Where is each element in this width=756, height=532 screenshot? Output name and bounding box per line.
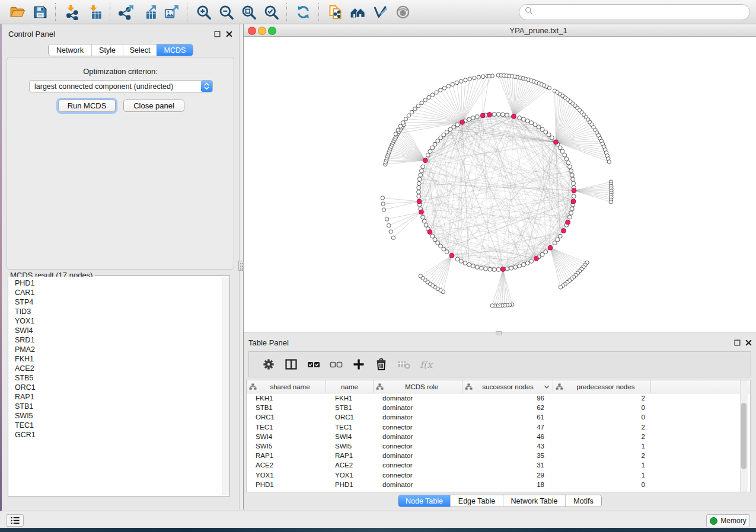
network-node[interactable] [540, 252, 544, 257]
mcds-dominator-node[interactable] [501, 267, 506, 272]
network-node[interactable] [455, 123, 460, 127]
network-node[interactable] [467, 117, 471, 121]
import-table-button[interactable] [84, 2, 105, 22]
network-node[interactable] [496, 268, 500, 272]
network-node[interactable] [518, 116, 522, 120]
tab-node-table[interactable]: Node Table [398, 495, 450, 507]
network-node[interactable] [569, 169, 573, 173]
network-node[interactable] [448, 127, 452, 132]
network-node[interactable] [560, 149, 564, 153]
satellite-node[interactable] [455, 81, 458, 84]
developer-panel-button[interactable] [6, 514, 24, 527]
network-node[interactable] [566, 161, 570, 165]
mcds-dominator-node[interactable] [428, 230, 432, 235]
network-node[interactable] [417, 177, 422, 181]
satellite-node[interactable] [407, 114, 410, 117]
satellite-node[interactable] [381, 202, 385, 206]
satellite-node[interactable] [391, 236, 395, 239]
trash-button[interactable] [370, 354, 393, 375]
network-node[interactable] [417, 181, 421, 185]
network-node[interactable] [436, 241, 440, 245]
satellite-node[interactable] [607, 160, 611, 164]
network-node[interactable] [430, 146, 435, 150]
float-icon[interactable] [213, 30, 221, 38]
mcds-dominator-node[interactable] [449, 253, 454, 258]
network-node[interactable] [417, 185, 421, 190]
network-node[interactable] [424, 223, 428, 227]
network-node[interactable] [509, 266, 513, 270]
search-box[interactable] [519, 4, 750, 20]
mcds-dominator-node[interactable] [562, 229, 566, 233]
network-node[interactable] [419, 173, 423, 177]
export-image-button[interactable] [161, 2, 182, 22]
close-panel-button[interactable]: Close panel [123, 100, 184, 112]
network-node[interactable] [570, 173, 574, 177]
table-row[interactable]: TEC1TEC1connector472 [247, 422, 750, 432]
save-button[interactable] [29, 2, 50, 22]
network-node[interactable] [563, 153, 567, 157]
refresh-button[interactable] [292, 2, 314, 22]
network-node[interactable] [421, 215, 425, 219]
table-row[interactable]: SWI5SWI5connector431 [247, 441, 750, 451]
export-table-button[interactable] [138, 2, 160, 22]
zoom-out-button[interactable] [215, 2, 237, 22]
network-node[interactable] [572, 194, 576, 198]
satellite-node[interactable] [419, 274, 422, 278]
network-node[interactable] [430, 234, 435, 238]
network-node[interactable] [533, 123, 537, 127]
close-icon[interactable] [225, 30, 233, 38]
network-node[interactable] [492, 268, 496, 272]
mcds-dominator-node[interactable] [572, 188, 576, 193]
mcds-dominator-node[interactable] [534, 256, 539, 261]
satellite-node[interactable] [404, 117, 407, 121]
satellite-node[interactable] [389, 230, 393, 233]
network-graph[interactable] [244, 37, 756, 332]
network-node[interactable] [471, 264, 476, 268]
columns-button[interactable] [280, 354, 302, 375]
satellite-node[interactable] [381, 196, 384, 200]
satellite-node[interactable] [410, 110, 413, 114]
zoom-fit-button[interactable] [238, 2, 259, 22]
satellite-node[interactable] [416, 104, 420, 108]
network-node[interactable] [433, 142, 437, 146]
mcds-dominator-node[interactable] [566, 220, 570, 225]
column-header-successor-nodes[interactable]: successor nodes [462, 380, 553, 393]
tab-network[interactable]: Network [49, 44, 91, 56]
v-check-button[interactable] [369, 2, 391, 22]
tab-select[interactable]: Select [123, 44, 157, 56]
satellite-node[interactable] [396, 128, 400, 132]
table-row[interactable]: STB1STB1dominator620 [247, 403, 750, 412]
table-row[interactable]: YOX1YOX1connector291 [247, 470, 750, 480]
network-node[interactable] [463, 261, 467, 265]
satellite-node[interactable] [559, 286, 562, 289]
float-icon[interactable] [733, 339, 741, 347]
network-node[interactable] [570, 207, 574, 211]
satellite-node[interactable] [420, 101, 423, 105]
network-node[interactable] [505, 113, 509, 117]
zoom-selected-button[interactable] [260, 2, 282, 22]
network-node[interactable] [522, 262, 526, 267]
network-node[interactable] [459, 259, 463, 264]
network-node[interactable] [556, 238, 560, 242]
mcds-dominator-node[interactable] [480, 113, 485, 118]
mcds-dominator-node[interactable] [419, 210, 424, 214]
network-node[interactable] [564, 157, 569, 161]
table-row[interactable]: RAP1RAP1dominator352 [247, 451, 750, 460]
close-icon[interactable] [745, 339, 752, 347]
satellite-node[interactable] [468, 77, 471, 81]
criterion-select[interactable]: largest connected component (undirected) [29, 80, 213, 92]
table-row[interactable]: ACE2ACE2connector311 [247, 460, 750, 470]
satellite-node[interactable] [382, 208, 385, 211]
network-node[interactable] [484, 267, 488, 271]
mcds-dominator-node[interactable] [423, 158, 428, 163]
network-canvas[interactable] [244, 37, 756, 332]
table-row[interactable]: FKH1FKH1dominator962 [247, 393, 750, 403]
network-node[interactable] [455, 257, 460, 261]
network-node[interactable] [426, 153, 430, 157]
eye-button[interactable] [392, 2, 413, 22]
network-node[interactable] [492, 113, 496, 117]
tab-edge-table[interactable]: Edge Table [450, 495, 503, 507]
satellite-node[interactable] [435, 91, 438, 94]
import-network-button[interactable] [61, 2, 82, 22]
satellite-node[interactable] [423, 98, 427, 102]
